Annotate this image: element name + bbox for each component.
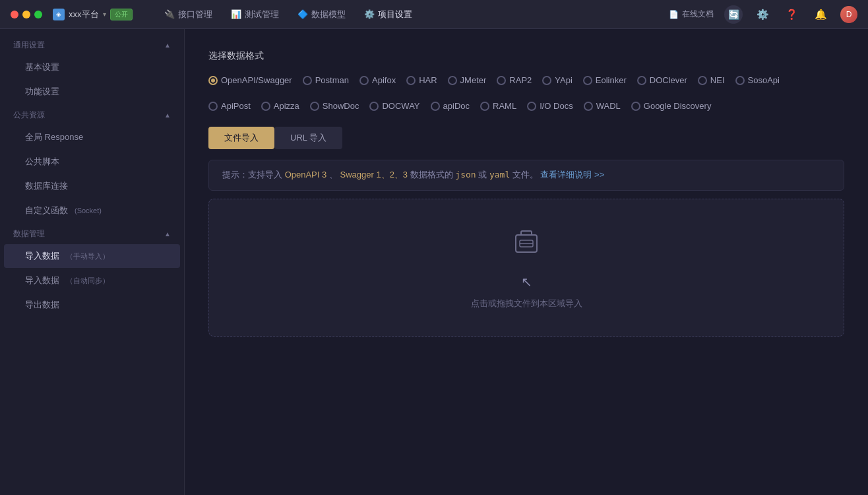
tab-file-import[interactable]: 文件导入 xyxy=(208,127,274,149)
format-raml[interactable]: RAML xyxy=(480,101,516,111)
avatar[interactable]: D xyxy=(840,6,857,23)
format-openapi-swagger-radio[interactable] xyxy=(208,76,218,85)
format-har[interactable]: HAR xyxy=(406,75,437,85)
format-yapi[interactable]: YApi xyxy=(542,75,573,85)
format-apizza-radio[interactable] xyxy=(261,102,270,111)
format-doclever-label: DOClever xyxy=(650,75,687,85)
format-apifox[interactable]: Apifox xyxy=(359,75,396,85)
sidebar-item-export[interactable]: 导出数据 xyxy=(4,293,180,317)
format-sosoapi-radio[interactable] xyxy=(735,76,745,85)
format-radio-group-row1: OpenAPI/Swagger Postman Apifox HAR JMete… xyxy=(208,75,844,85)
format-jmeter-radio[interactable] xyxy=(448,76,457,85)
format-apipost[interactable]: ApiPost xyxy=(208,101,251,111)
datamodel-icon: 🔷 xyxy=(297,9,308,19)
app-name: xxx平台 xyxy=(69,9,99,20)
format-wadl-label: WADL xyxy=(596,101,621,111)
hint-yaml: yaml xyxy=(489,170,510,180)
nav-label-test: 测试管理 xyxy=(245,9,279,20)
hint-openapi: OpenAPI 3 xyxy=(285,170,327,180)
format-apidoc-radio[interactable] xyxy=(431,102,440,111)
hint-link[interactable]: 查看详细说明 >> xyxy=(540,170,604,180)
file-drop-zone[interactable]: ↖ 点击或拖拽文件到本区域导入 xyxy=(208,199,844,337)
notification-button[interactable]: 🔔 xyxy=(811,5,830,24)
sidebar-item-global-response[interactable]: 全局 Response xyxy=(4,125,180,149)
format-wadl-radio[interactable] xyxy=(584,102,593,111)
minimize-button[interactable] xyxy=(22,11,30,18)
help-button[interactable]: ❓ xyxy=(782,5,801,24)
format-google-discovery-radio[interactable] xyxy=(631,102,640,111)
format-postman-label: Postman xyxy=(315,75,349,85)
sidebar-item-public-script-label: 公共脚本 xyxy=(25,156,59,168)
nav-label-settings: 项目设置 xyxy=(378,9,412,20)
sidebar-item-basic-settings-label: 基本设置 xyxy=(25,61,59,73)
format-apizza-label: Apizza xyxy=(274,101,299,111)
doc-link-icon: 📄 xyxy=(669,10,679,19)
chevron-general-icon[interactable]: ▲ xyxy=(164,42,171,49)
sidebar-item-public-script[interactable]: 公共脚本 xyxy=(4,150,180,174)
format-apifox-radio[interactable] xyxy=(359,76,369,85)
format-docway-label: DOCWAY xyxy=(382,101,419,111)
format-raml-radio[interactable] xyxy=(480,102,489,111)
doc-link[interactable]: 📄 在线文档 xyxy=(669,9,714,20)
nav-item-datamodel[interactable]: 🔷 数据模型 xyxy=(297,6,346,23)
chevron-public-icon[interactable]: ▲ xyxy=(164,112,171,119)
format-apizza[interactable]: Apizza xyxy=(261,101,299,111)
format-postman[interactable]: Postman xyxy=(303,75,349,85)
sidebar-item-import-manual[interactable]: 导入数据 （手动导入） xyxy=(4,244,180,268)
format-yapi-radio[interactable] xyxy=(542,76,551,85)
settings-button[interactable]: ⚙️ xyxy=(753,5,772,24)
sidebar-section-general-label: 通用设置 xyxy=(13,40,45,51)
upload-icon xyxy=(511,226,542,263)
format-yapi-label: YApi xyxy=(555,75,573,85)
format-nei[interactable]: NEI xyxy=(698,75,725,85)
nav-label-interface: 接口管理 xyxy=(178,9,212,20)
format-rap2-radio[interactable] xyxy=(497,76,506,85)
maximize-button[interactable] xyxy=(34,11,42,18)
format-iodocs-radio[interactable] xyxy=(527,102,536,111)
format-docway-radio[interactable] xyxy=(369,102,379,111)
format-eolinker[interactable]: Eolinker xyxy=(583,75,627,85)
close-button[interactable] xyxy=(11,11,18,18)
sidebar-item-feature-settings[interactable]: 功能设置 xyxy=(4,80,180,104)
traffic-lights xyxy=(11,11,42,18)
format-showdoc-label: ShowDoc xyxy=(323,101,359,111)
format-nei-radio[interactable] xyxy=(698,76,707,85)
format-postman-radio[interactable] xyxy=(303,76,312,85)
sidebar-item-basic-settings[interactable]: 基本设置 xyxy=(4,55,180,79)
settings-nav-icon: ⚙️ xyxy=(364,9,375,19)
format-apipost-label: ApiPost xyxy=(221,101,251,111)
chevron-data-icon[interactable]: ▲ xyxy=(164,230,171,238)
nav-item-test[interactable]: 📊 测试管理 xyxy=(231,6,279,23)
sidebar-item-import-manual-sub: （手动导入） xyxy=(66,251,109,261)
format-sosoapi[interactable]: SosoApi xyxy=(735,75,780,85)
sidebar-item-import-auto-sub: （自动同步） xyxy=(66,276,109,286)
app-logo[interactable]: ◈ xxx平台 ▾ 公开 xyxy=(53,9,133,20)
hint-mid: 数据格式的 xyxy=(410,170,456,180)
format-har-radio[interactable] xyxy=(406,76,416,85)
format-doclever-radio[interactable] xyxy=(637,76,646,85)
tab-url-import[interactable]: URL 导入 xyxy=(274,127,342,149)
format-showdoc-radio[interactable] xyxy=(310,102,319,111)
format-doclever[interactable]: DOClever xyxy=(637,75,687,85)
format-apipost-radio[interactable] xyxy=(208,102,218,111)
app-badge: 公开 xyxy=(110,9,133,20)
sidebar-item-import-auto[interactable]: 导入数据 （自动同步） xyxy=(4,269,180,292)
format-showdoc[interactable]: ShowDoc xyxy=(310,101,359,111)
sidebar-item-db-connection[interactable]: 数据库连接 xyxy=(4,174,180,198)
sync-button[interactable]: 🔄 xyxy=(724,5,743,24)
nav-item-settings[interactable]: ⚙️ 项目设置 xyxy=(364,6,412,23)
format-docway[interactable]: DOCWAY xyxy=(369,101,419,111)
hint-box: 提示：支持导入 OpenAPI 3 、 Swagger 1、2、3 数据格式的 … xyxy=(208,160,844,191)
format-jmeter[interactable]: JMeter xyxy=(448,75,487,85)
sidebar-item-custom-function[interactable]: 自定义函数 (Socket) xyxy=(4,199,180,222)
nav-item-interface[interactable]: 🔌 接口管理 xyxy=(164,6,212,23)
format-openapi-swagger[interactable]: OpenAPI/Swagger xyxy=(208,75,292,85)
format-radio-group-row2: ApiPost Apizza ShowDoc DOCWAY apiDoc RAM… xyxy=(208,101,844,111)
format-apidoc[interactable]: apiDoc xyxy=(431,101,470,111)
format-iodocs[interactable]: I/O Docs xyxy=(527,101,573,111)
format-rap2[interactable]: RAP2 xyxy=(497,75,532,85)
format-google-discovery[interactable]: Google Discovery xyxy=(631,101,712,111)
format-eolinker-radio[interactable] xyxy=(583,76,592,85)
format-wadl[interactable]: WADL xyxy=(584,101,621,111)
sidebar-item-global-response-label: 全局 Response xyxy=(25,131,83,143)
